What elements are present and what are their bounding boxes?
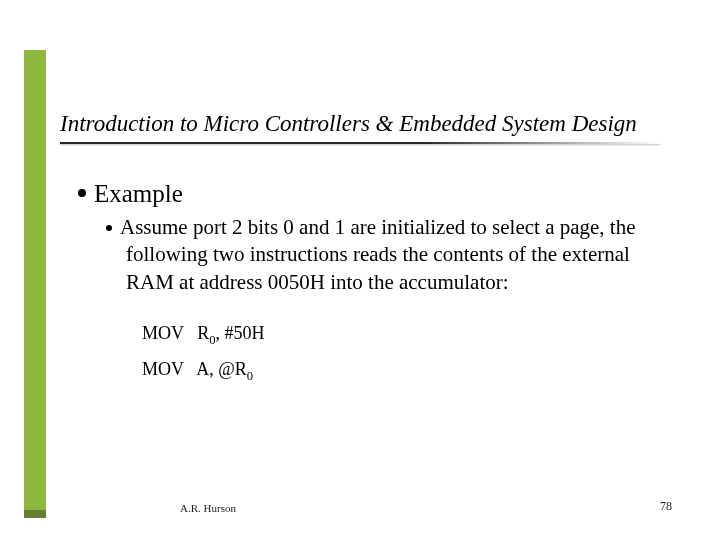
code-op: MOV xyxy=(142,323,184,343)
bullet-level1-text: Example xyxy=(94,180,183,207)
bullet-level2: Assume port 2 bits 0 and 1 are initializ… xyxy=(106,214,670,296)
footer-author: A.R. Hurson xyxy=(180,502,236,514)
title-underline xyxy=(60,142,660,144)
code-op: MOV xyxy=(142,359,184,379)
content-area: Example Assume port 2 bits 0 and 1 are i… xyxy=(78,180,670,389)
code-sub: 0 xyxy=(247,369,253,383)
code-line-2: MOV A, @R0 xyxy=(142,352,670,389)
accent-bar xyxy=(24,50,46,510)
slide-title: Introduction to Micro Controllers & Embe… xyxy=(60,110,680,138)
code-arg: , #50H xyxy=(216,323,265,343)
slide: Introduction to Micro Controllers & Embe… xyxy=(0,0,720,540)
accent-notch xyxy=(24,510,46,518)
code-arg: R xyxy=(197,323,209,343)
code-arg: A, @R xyxy=(196,359,247,379)
bullet-level2-text: Assume port 2 bits 0 and 1 are initializ… xyxy=(120,215,636,294)
bullet-icon xyxy=(78,189,86,197)
bullet-icon xyxy=(106,225,112,231)
bullet-level1: Example xyxy=(78,180,670,208)
footer-page-number: 78 xyxy=(660,499,672,514)
code-line-1: MOV R0, #50H xyxy=(142,316,670,353)
code-block: MOV R0, #50H MOV A, @R0 xyxy=(142,316,670,389)
